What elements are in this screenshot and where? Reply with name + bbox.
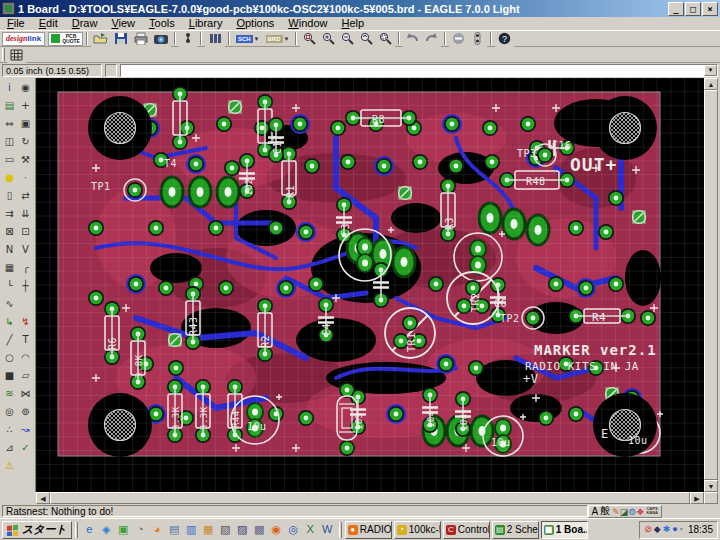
run-script-button[interactable]: [179, 31, 197, 47]
schematic-dropdown-button[interactable]: SCH▼: [233, 31, 263, 46]
tool-polygon[interactable]: ▱: [18, 369, 33, 383]
zoom-in-button[interactable]: [319, 31, 338, 47]
quicklaunch-pictures-icon[interactable]: ▣: [115, 522, 132, 538]
tray-messenger-tray-icon[interactable]: ●: [672, 525, 677, 534]
scroll-left-icon[interactable]: ◀: [36, 492, 50, 504]
tool-dimension[interactable]: ▦: [2, 261, 17, 275]
layer-settings-button[interactable]: [205, 31, 225, 47]
tool-meander[interactable]: ∿: [2, 297, 17, 311]
ime-dict-icon[interactable]: ◪: [620, 507, 629, 517]
tool-group[interactable]: ▭: [2, 153, 17, 167]
tool-gateswap[interactable]: ⇊: [18, 207, 33, 221]
task-schematic-editor[interactable]: ▤2 Sche...: [492, 521, 539, 539]
tool-display[interactable]: ▤: [2, 99, 17, 113]
tray-display-settings-icon[interactable]: ▫: [680, 525, 683, 534]
tool-info[interactable]: i: [2, 81, 17, 95]
undo-button[interactable]: [403, 31, 422, 47]
go-button[interactable]: [468, 31, 487, 47]
quicklaunch-media-player-icon[interactable]: ◕: [149, 522, 166, 538]
quicklaunch-database-icon[interactable]: ▨: [234, 522, 251, 538]
quicklaunch-image-viewer-icon[interactable]: ▦: [200, 522, 217, 538]
tool-replace[interactable]: ⊡: [18, 225, 33, 239]
quicklaunch-show-desktop-icon[interactable]: ▤: [166, 522, 183, 538]
ime-pad-icon[interactable]: ❖: [636, 507, 644, 517]
task-board-editor[interactable]: ▦1 Boa...: [541, 521, 588, 539]
tool-rect[interactable]: ■: [2, 369, 17, 383]
menu-item-draw[interactable]: Draw: [65, 17, 105, 30]
task-firefox[interactable]: ●RADIO ..: [345, 521, 392, 539]
scroll-down-icon[interactable]: ▼: [704, 480, 718, 492]
tool-pad[interactable]: ⊚: [18, 405, 33, 419]
horizontal-scrollbar[interactable]: ◀ ▶: [36, 492, 704, 504]
zoom-redraw-button[interactable]: [357, 31, 376, 47]
design-link-button[interactable]: designlink: [2, 32, 45, 46]
restore-button[interactable]: □: [685, 2, 701, 16]
menu-item-edit[interactable]: Edit: [32, 17, 65, 30]
scroll-right-icon[interactable]: ▶: [690, 492, 704, 504]
tool-move[interactable]: ⇔: [2, 117, 17, 131]
help-button[interactable]: ?: [495, 31, 514, 47]
tool-errors[interactable]: ⚠: [2, 459, 17, 473]
redo-button[interactable]: [422, 31, 441, 47]
command-history-dropdown[interactable]: ▼: [704, 65, 717, 76]
command-input[interactable]: [121, 65, 704, 76]
task-eagle-control-panel[interactable]: CControl..: [443, 521, 490, 539]
quicklaunch-my-computer-icon[interactable]: ▧: [217, 522, 234, 538]
tool-miter[interactable]: ╭: [18, 261, 33, 275]
vertical-scroll-thumb[interactable]: [704, 90, 718, 480]
tool-optimize[interactable]: ┼: [18, 279, 33, 293]
quicklaunch-search-icon[interactable]: ◔: [132, 522, 149, 538]
tool-value[interactable]: V: [18, 243, 33, 257]
zoom-fit-button[interactable]: [300, 31, 319, 47]
menu-item-file[interactable]: File: [0, 17, 32, 30]
tray-updater-icon[interactable]: ✱: [663, 525, 671, 534]
tool-via[interactable]: ≋: [2, 387, 17, 401]
tool-name[interactable]: N: [2, 243, 17, 257]
menu-item-library[interactable]: Library: [182, 17, 230, 30]
board-canvas[interactable]: OUT+TP3C16C17T4TP1R48R8R1102R3C3C6TP2R4M…: [36, 78, 704, 492]
tool-wire[interactable]: ╱: [2, 333, 17, 347]
ime-conversion-mode[interactable]: 般: [600, 504, 610, 518]
print-button[interactable]: [131, 31, 151, 47]
ime-icons[interactable]: ✎◪⚙❖: [612, 506, 644, 517]
quicklaunch-messenger-icon[interactable]: ◈: [98, 522, 115, 538]
tool-mark[interactable]: +: [18, 99, 33, 113]
tool-mirror[interactable]: ◫: [2, 135, 17, 149]
tool-dot[interactable]: ·: [18, 171, 33, 185]
minimize-button[interactable]: _: [668, 2, 684, 16]
tool-split[interactable]: └: [2, 279, 17, 293]
cam-processor-button[interactable]: [151, 31, 171, 47]
grid-button[interactable]: [7, 47, 26, 63]
pcb-quote-button[interactable]: PCBQUOTE: [48, 32, 83, 46]
quicklaunch-firefox-icon[interactable]: ◉: [268, 522, 285, 538]
start-button[interactable]: スタート: [2, 521, 72, 539]
horizontal-scroll-thumb[interactable]: [50, 492, 690, 504]
tool-paint[interactable]: ●: [2, 171, 17, 185]
tool-blank-a[interactable]: [18, 297, 33, 311]
zoom-out-button[interactable]: [338, 31, 357, 47]
stop-button[interactable]: [449, 31, 468, 47]
tool-text[interactable]: T: [18, 333, 33, 347]
close-button[interactable]: ×: [702, 2, 718, 16]
tool-erc[interactable]: ⊿: [2, 441, 17, 455]
quicklaunch-documents-icon[interactable]: ▥: [183, 522, 200, 538]
tool-arc[interactable]: ◠: [18, 351, 33, 365]
quicklaunch-internet-explorer-icon[interactable]: e: [81, 522, 98, 538]
save-button[interactable]: [111, 31, 131, 47]
vertical-scrollbar[interactable]: ▲ ▼: [704, 78, 718, 492]
tool-lock[interactable]: ⊠: [2, 225, 17, 239]
tool-copy[interactable]: ▣: [18, 117, 33, 131]
tool-pinswap[interactable]: ⇄: [18, 189, 33, 203]
menu-item-help[interactable]: Help: [334, 17, 371, 30]
tool-change[interactable]: ⚒: [18, 153, 33, 167]
quicklaunch-globe-icon[interactable]: ◎: [285, 522, 302, 538]
menu-item-options[interactable]: Options: [229, 17, 281, 30]
open-button[interactable]: [91, 31, 111, 47]
tray-blocker-icon[interactable]: ⊘: [644, 525, 652, 534]
task-folder-search[interactable]: ◔100kc-5: [394, 521, 441, 539]
menu-item-view[interactable]: View: [104, 17, 142, 30]
board-dropdown-button[interactable]: BRD▼: [263, 31, 293, 46]
tool-drc[interactable]: ✓: [18, 441, 33, 455]
tool-ripup[interactable]: ↯: [18, 315, 33, 329]
tool-signal[interactable]: ⋈: [18, 387, 33, 401]
